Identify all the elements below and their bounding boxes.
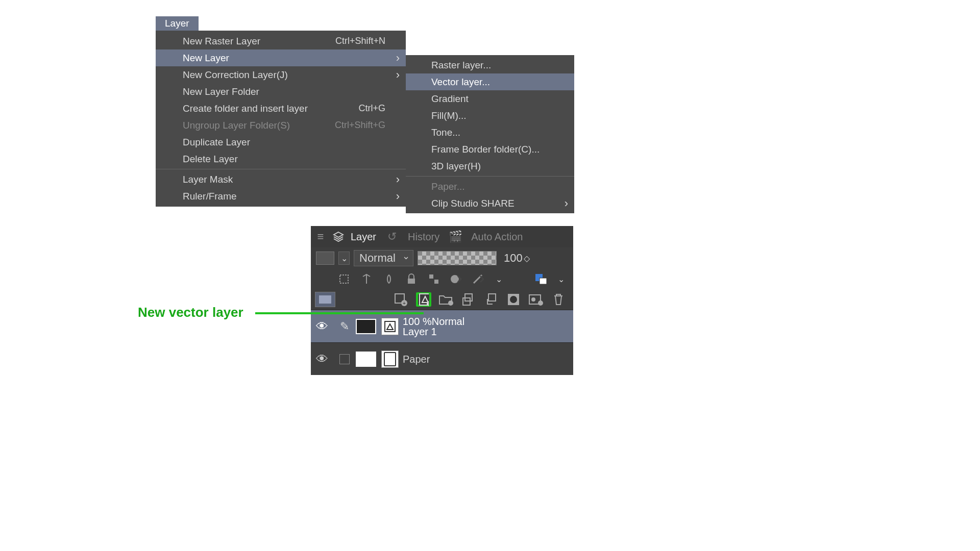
- menu-item-shortcut: Ctrl+G: [358, 103, 385, 114]
- menu-item-duplicate-layer[interactable]: Duplicate Layer: [156, 134, 406, 151]
- menu-item-shortcut: Ctrl+Shift+N: [335, 36, 385, 46]
- menu-item-layer-mask[interactable]: Layer Mask ›: [156, 171, 406, 188]
- menu-separator: [156, 169, 406, 169]
- menu-item-ungroup-folder: Ungroup Layer Folder(S) Ctrl+Shift+G: [156, 117, 406, 134]
- new-raster-layer-button[interactable]: +: [394, 292, 409, 307]
- panel-button-row: +: [311, 289, 573, 310]
- opacity-spinner-icon[interactable]: ◇: [524, 254, 530, 263]
- undo-icon: ↺: [385, 230, 399, 243]
- menu-item-label: Paper...: [431, 181, 563, 192]
- chevron-right-icon: ›: [396, 190, 400, 203]
- panel-tab-layer[interactable]: Layer: [351, 231, 376, 243]
- menu-item-new-raster-layer[interactable]: New Raster Layer Ctrl+Shift+N: [156, 33, 406, 49]
- layer-thumbnail[interactable]: [356, 319, 376, 334]
- submenu-item-fill[interactable]: Fill(M)...: [406, 107, 574, 124]
- delete-layer-button[interactable]: [551, 292, 566, 307]
- reference-icon[interactable]: [359, 272, 374, 286]
- svg-rect-1: [408, 279, 415, 284]
- submenu-item-clip-studio-share[interactable]: Clip Studio SHARE ›: [406, 195, 574, 212]
- layer-list: 👁 ✎ 100 %Normal Layer 1 👁 Paper: [311, 310, 573, 375]
- draft-icon[interactable]: [381, 272, 397, 286]
- layer-row[interactable]: 👁 ✎ 100 %Normal Layer 1: [311, 310, 573, 342]
- menu-item-create-folder-insert[interactable]: Create folder and insert layer Ctrl+G: [156, 100, 406, 117]
- menu-item-label: Ruler/Frame: [183, 191, 395, 202]
- svg-rect-3: [434, 280, 438, 284]
- svg-rect-6: [540, 278, 547, 284]
- clapper-icon: 🎬: [449, 230, 462, 243]
- hamburger-icon[interactable]: ≡: [314, 230, 327, 243]
- menu-item-new-correction-layer[interactable]: New Correction Layer(J) ›: [156, 66, 406, 83]
- opacity-slider[interactable]: [418, 251, 497, 265]
- options-dropdown[interactable]: ⌄: [494, 272, 504, 286]
- clip-icon[interactable]: [336, 272, 352, 286]
- menu-tab-layer[interactable]: Layer: [156, 16, 199, 31]
- chevron-right-icon: ›: [565, 197, 568, 210]
- ruler-toggle-icon[interactable]: [471, 272, 486, 286]
- layer-thumbnail[interactable]: [356, 352, 376, 367]
- submenu-item-3d-layer[interactable]: 3D layer(H): [406, 158, 574, 174]
- layer-color-dropdown[interactable]: ⌄: [556, 272, 566, 286]
- panel-tab-auto-action[interactable]: Auto Action: [471, 231, 523, 243]
- menu-item-label: Tone...: [431, 127, 563, 138]
- menu-item-label: New Layer: [183, 53, 395, 64]
- mask-toggle-icon[interactable]: [449, 272, 464, 286]
- new-folder-button[interactable]: [438, 292, 454, 307]
- submenu-item-vector-layer[interactable]: Vector layer...: [406, 73, 574, 90]
- chevron-right-icon: ›: [396, 68, 400, 82]
- palette-color-dropdown[interactable]: ⌄: [338, 252, 350, 265]
- chevron-right-icon: ›: [396, 52, 400, 65]
- svg-rect-2: [429, 274, 433, 279]
- menu-item-ruler-frame[interactable]: Ruler/Frame ›: [156, 188, 406, 205]
- menu-item-label: Fill(M)...: [431, 110, 563, 121]
- panel-blend-row: ⌄ Normal 100 ◇: [311, 247, 573, 269]
- menu-item-label: Duplicate Layer: [183, 137, 395, 148]
- svg-rect-0: [340, 275, 348, 283]
- callout-line: [255, 312, 424, 314]
- svg-text:+: +: [403, 300, 406, 306]
- menu-item-new-layer-folder[interactable]: New Layer Folder: [156, 83, 406, 100]
- layer-text: Paper: [403, 354, 430, 364]
- chevron-right-icon: ›: [396, 173, 400, 186]
- panel-option-row: ⌄ ⌄: [311, 269, 573, 289]
- panel-tab-bar: ≡ Layer ↺ History 🎬 Auto Action: [311, 226, 573, 247]
- svg-rect-15: [488, 294, 496, 301]
- layer-name: Paper: [403, 354, 430, 364]
- submenu-item-tone[interactable]: Tone...: [406, 124, 574, 141]
- menu-item-label: 3D layer(H): [431, 161, 563, 172]
- edit-target-checkbox[interactable]: [333, 354, 356, 364]
- menu-item-delete-layer[interactable]: Delete Layer: [156, 151, 406, 167]
- create-mask-button[interactable]: [506, 292, 521, 307]
- menu-item-new-layer[interactable]: New Layer ›: [156, 49, 406, 66]
- menu-item-label: New Correction Layer(J): [183, 69, 395, 81]
- paper-layer-type-icon: [381, 350, 399, 368]
- palette-color-box[interactable]: [316, 252, 334, 265]
- panel-tab-history[interactable]: History: [408, 231, 439, 243]
- edit-target-icon[interactable]: ✎: [333, 320, 356, 333]
- opacity-value[interactable]: 100 ◇: [504, 252, 530, 265]
- menu-item-label: New Raster Layer: [183, 36, 335, 47]
- blend-mode-dropdown[interactable]: Normal: [354, 250, 413, 266]
- visibility-eye-icon[interactable]: 👁: [311, 352, 333, 366]
- svg-point-19: [531, 297, 535, 302]
- apply-mask-button[interactable]: [528, 292, 544, 307]
- layer-opacity: 100 %: [403, 316, 432, 327]
- layer-row[interactable]: 👁 Paper: [311, 342, 573, 375]
- merge-down-button[interactable]: [483, 292, 499, 307]
- layer-panel: ≡ Layer ↺ History 🎬 Auto Action ⌄ Normal…: [311, 226, 573, 375]
- menu-item-label: Clip Studio SHARE: [431, 198, 563, 209]
- visibility-eye-icon[interactable]: 👁: [311, 319, 333, 334]
- menu-separator: [406, 176, 574, 177]
- lock-transparent-icon[interactable]: [426, 272, 442, 286]
- menu-item-label: Delete Layer: [183, 154, 395, 165]
- submenu-item-raster-layer[interactable]: Raster layer...: [406, 57, 574, 73]
- submenu-new-layer: Raster layer... Vector layer... Gradient…: [406, 55, 574, 213]
- pane-mode-button[interactable]: [315, 292, 335, 307]
- new-vector-layer-button[interactable]: [416, 292, 431, 307]
- lock-icon[interactable]: [404, 272, 419, 286]
- submenu-item-frame-border-folder[interactable]: Frame Border folder(C)...: [406, 141, 574, 158]
- submenu-item-gradient[interactable]: Gradient: [406, 90, 574, 107]
- submenu-item-paper: Paper...: [406, 178, 574, 195]
- menu-dropdown: New Raster Layer Ctrl+Shift+N New Layer …: [156, 31, 406, 207]
- layer-color-icon[interactable]: [533, 272, 549, 286]
- transfer-down-button[interactable]: [461, 292, 476, 307]
